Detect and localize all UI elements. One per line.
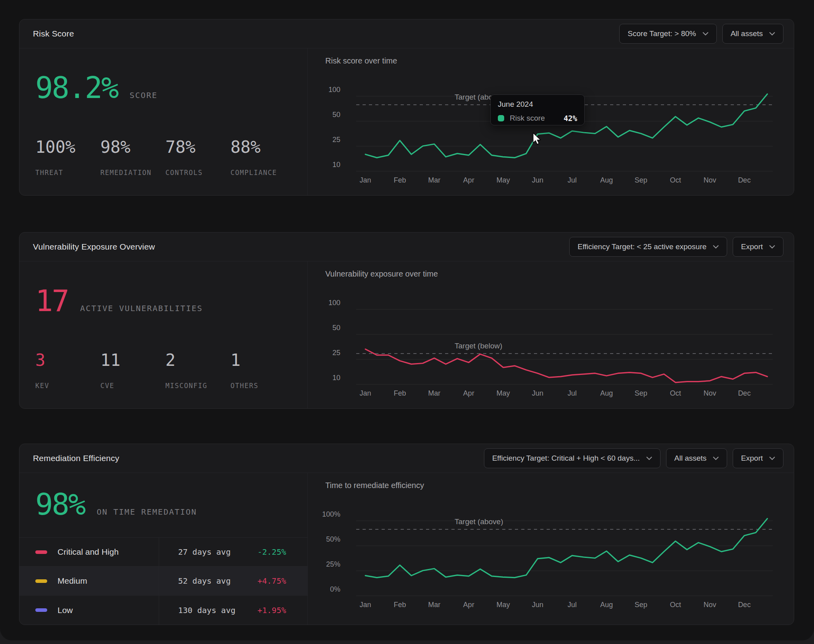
stat-label: CVE bbox=[100, 382, 165, 390]
y-axis-tick: 10 bbox=[308, 161, 340, 169]
stat-value: 98% bbox=[100, 137, 165, 157]
remediation-big-stat: 98% ON TIME REMEDATION bbox=[35, 487, 197, 521]
dropdown-label: Score Target: > 80% bbox=[628, 29, 696, 38]
remediation-chart[interactable]: Time to remediate efficiency100%50%25%0%… bbox=[308, 473, 794, 625]
stat-value: 88% bbox=[230, 137, 296, 157]
y-axis-tick: 50 bbox=[308, 111, 340, 119]
y-axis-tick: 25% bbox=[308, 560, 340, 569]
active-vulnerabilities-label: ACTIVE VULNERABILITIES bbox=[80, 304, 203, 313]
severity-name: Critical and High bbox=[58, 547, 119, 557]
stat-label: COMPLIANCE bbox=[230, 169, 296, 177]
stat-label: MISCONFIG bbox=[165, 382, 230, 390]
risk-score-controls: Score Target: > 80% All assets bbox=[619, 24, 783, 44]
y-axis-tick: 50% bbox=[308, 535, 340, 544]
stat-label: OTHERS bbox=[230, 382, 296, 390]
vulnerability-controls: Efficiency Target: < 25 active exposure … bbox=[569, 237, 783, 257]
y-axis-tick: 100 bbox=[308, 86, 340, 94]
table-row-medium[interactable]: Medium 52 days avg +4.75% bbox=[19, 567, 307, 596]
vulnerability-header: Vulnerability Exposure Overview Efficien… bbox=[19, 233, 794, 261]
risk-score-big-stat: 98.2% SCORE bbox=[35, 71, 157, 105]
panel-title: Vulnerability Exposure Overview bbox=[33, 242, 155, 252]
stat-label: KEV bbox=[35, 382, 100, 390]
stat-label: CONTROLS bbox=[165, 169, 230, 177]
stat-kev: 3 KEV bbox=[35, 350, 100, 390]
chevron-down-icon bbox=[646, 456, 652, 460]
tooltip-series: Risk score bbox=[510, 114, 545, 123]
avg-days: 130 days avg bbox=[178, 606, 257, 615]
dashboard-container: Risk Score Score Target: > 80% All asset… bbox=[0, 0, 814, 640]
stat-remediation: 98% REMEDIATION bbox=[100, 137, 165, 177]
panel-title: Remediation Efficiency bbox=[33, 454, 119, 463]
chevron-down-icon bbox=[769, 456, 775, 460]
stat-controls: 78% CONTROLS bbox=[165, 137, 230, 177]
chevron-down-icon bbox=[713, 245, 719, 249]
legend-cell: Medium bbox=[19, 567, 159, 595]
remediation-summary: 98% ON TIME REMEDATION Critical and High… bbox=[19, 473, 308, 625]
export-dropdown[interactable]: Export bbox=[733, 448, 783, 468]
chevron-down-icon bbox=[769, 32, 775, 36]
assets-dropdown[interactable]: All assets bbox=[722, 24, 783, 44]
dropdown-label: All assets bbox=[731, 29, 763, 38]
y-axis-tick: 100 bbox=[308, 299, 340, 307]
y-axis-tick: 25 bbox=[308, 136, 340, 144]
medium-swatch bbox=[35, 579, 47, 583]
values-cell: 27 days avg -2.25% bbox=[159, 538, 307, 566]
y-axis-tick: 10 bbox=[308, 374, 340, 382]
low-swatch bbox=[35, 608, 47, 612]
stat-label: REMEDIATION bbox=[100, 169, 165, 177]
values-cell: 52 days avg +4.75% bbox=[159, 567, 307, 595]
risk-score-breakdown: 100% THREAT 98% REMEDIATION 78% CONTROLS… bbox=[35, 137, 296, 177]
chevron-down-icon bbox=[703, 32, 708, 36]
table-row-low[interactable]: Low 130 days avg +1.95% bbox=[19, 596, 307, 625]
vulnerability-breakdown: 3 KEV 11 CVE 2 MISCONFIG 1 OTHERS bbox=[35, 350, 296, 390]
dropdown-label: Export bbox=[741, 242, 763, 251]
series-line bbox=[356, 473, 773, 610]
vulnerability-chart[interactable]: Vulnerability exposure over time10050251… bbox=[308, 261, 794, 408]
stat-cve: 11 CVE bbox=[100, 350, 165, 390]
chart-tooltip: June 2024 Risk score 42% bbox=[490, 94, 585, 125]
efficiency-target-dropdown[interactable]: Efficiency Target: Critical + High < 60 … bbox=[484, 448, 660, 468]
stat-value: 11 bbox=[100, 350, 165, 370]
risk-score-header: Risk Score Score Target: > 80% All asset… bbox=[19, 19, 794, 48]
stat-label: THREAT bbox=[35, 169, 100, 177]
remediation-header: Remediation Efficiency Efficiency Target… bbox=[19, 444, 794, 473]
vulnerability-big-stat: 17 ACTIVE VULNERABILITIES bbox=[35, 284, 203, 318]
series-swatch bbox=[498, 115, 504, 121]
risk-score-panel: Risk Score Score Target: > 80% All asset… bbox=[19, 19, 794, 196]
vulnerability-summary: 17 ACTIVE VULNERABILITIES 3 KEV 11 CVE 2… bbox=[19, 261, 308, 408]
on-time-remediation-label: ON TIME REMEDATION bbox=[97, 507, 197, 517]
delta-value: -2.25% bbox=[257, 547, 286, 557]
score-target-dropdown[interactable]: Score Target: > 80% bbox=[619, 24, 716, 44]
dropdown-label: Efficiency Target: Critical + High < 60 … bbox=[492, 454, 640, 463]
stat-compliance: 88% COMPLIANCE bbox=[230, 137, 296, 177]
table-row-critical-high[interactable]: Critical and High 27 days avg -2.25% bbox=[19, 538, 307, 567]
stat-value: 78% bbox=[165, 137, 230, 157]
on-time-remediation-value: 98% bbox=[35, 487, 85, 521]
severity-table: Critical and High 27 days avg -2.25% Med… bbox=[19, 537, 307, 625]
delta-value: +1.95% bbox=[257, 606, 286, 615]
y-axis-tick: 100% bbox=[308, 510, 340, 519]
efficiency-target-dropdown[interactable]: Efficiency Target: < 25 active exposure bbox=[569, 237, 727, 257]
y-axis-tick: 25 bbox=[308, 349, 340, 357]
stat-others: 1 OTHERS bbox=[230, 350, 296, 390]
legend-cell: Critical and High bbox=[19, 538, 159, 566]
severity-name: Medium bbox=[58, 576, 87, 586]
dropdown-label: Export bbox=[741, 454, 763, 463]
legend-cell: Low bbox=[19, 596, 159, 625]
export-dropdown[interactable]: Export bbox=[733, 237, 783, 257]
stat-value: 2 bbox=[165, 350, 230, 370]
vulnerability-panel: Vulnerability Exposure Overview Efficien… bbox=[19, 232, 794, 409]
stat-misconfig: 2 MISCONFIG bbox=[165, 350, 230, 390]
dropdown-label: Efficiency Target: < 25 active exposure bbox=[578, 242, 706, 251]
series-line bbox=[356, 261, 773, 398]
chevron-down-icon bbox=[769, 245, 775, 249]
remediation-controls: Efficiency Target: Critical + High < 60 … bbox=[484, 448, 783, 468]
assets-dropdown[interactable]: All assets bbox=[666, 448, 727, 468]
severity-name: Low bbox=[58, 606, 73, 615]
panel-title: Risk Score bbox=[33, 29, 74, 38]
critical-high-swatch bbox=[35, 550, 47, 554]
avg-days: 52 days avg bbox=[178, 576, 257, 586]
y-axis-tick: 0% bbox=[308, 585, 340, 594]
risk-score-chart[interactable]: June 2024 Risk score 42% Risk score over… bbox=[308, 48, 794, 195]
active-vulnerabilities-value: 17 bbox=[35, 284, 68, 318]
